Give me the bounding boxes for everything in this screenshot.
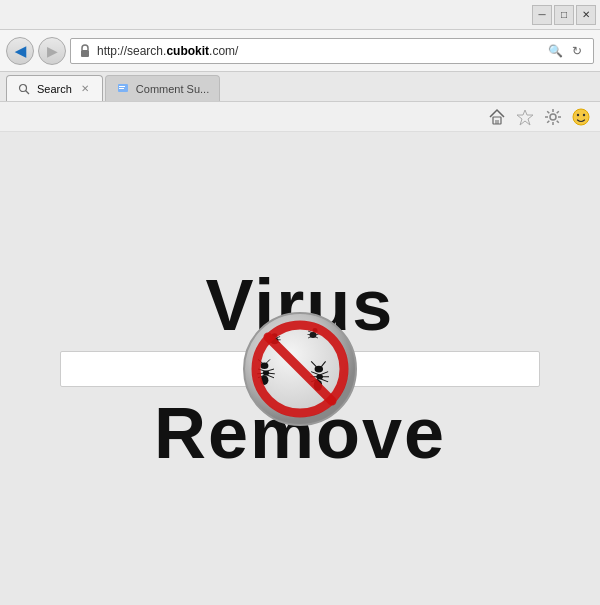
refresh-icon[interactable]: ↻: [567, 41, 587, 61]
window-titlebar: ─ □ ✕: [0, 0, 600, 30]
toolbar: [0, 102, 600, 132]
svg-rect-7: [495, 120, 499, 124]
svg-point-11: [577, 113, 579, 115]
minimize-button[interactable]: ─: [532, 5, 552, 25]
close-button[interactable]: ✕: [576, 5, 596, 25]
address-bar[interactable]: http://search.cubokit.com/ 🔍 ↻: [70, 38, 594, 64]
tab-search-icon: [17, 82, 31, 96]
tab-comment[interactable]: Comment Su...: [105, 75, 220, 101]
svg-rect-0: [81, 50, 89, 57]
svg-rect-4: [119, 86, 125, 87]
page-content: Virus: [0, 132, 600, 605]
svg-point-1: [20, 84, 27, 91]
no-bugs-icon: [240, 309, 360, 429]
address-right-buttons: 🔍 ↻: [545, 41, 587, 61]
tab-search[interactable]: Search ✕: [6, 75, 103, 101]
svg-marker-8: [517, 110, 533, 125]
emoji-icon[interactable]: [570, 106, 592, 128]
svg-line-2: [26, 90, 30, 94]
middle-section: [60, 351, 540, 387]
back-button[interactable]: ◀: [6, 37, 34, 65]
svg-point-9: [550, 114, 556, 120]
svg-point-31: [260, 362, 268, 368]
svg-point-10: [573, 109, 589, 125]
tab-search-close[interactable]: ✕: [78, 82, 92, 96]
tabs-bar: Search ✕ Comment Su...: [0, 72, 600, 102]
search-address-icon[interactable]: 🔍: [545, 41, 565, 61]
tab-comment-icon: [116, 82, 130, 96]
gear-icon[interactable]: [542, 106, 564, 128]
address-text: http://search.cubokit.com/: [97, 44, 545, 58]
tab-comment-label: Comment Su...: [136, 83, 209, 95]
home-icon[interactable]: [486, 106, 508, 128]
svg-point-12: [583, 113, 585, 115]
forward-button[interactable]: ▶: [38, 37, 66, 65]
navbar: ◀ ▶ http://search.cubokit.com/ 🔍 ↻: [0, 30, 600, 72]
lock-icon: [77, 43, 93, 59]
titlebar-controls: ─ □ ✕: [532, 5, 596, 25]
star-icon[interactable]: [514, 106, 536, 128]
tab-search-label: Search: [37, 83, 72, 95]
maximize-button[interactable]: □: [554, 5, 574, 25]
svg-rect-5: [119, 88, 124, 89]
